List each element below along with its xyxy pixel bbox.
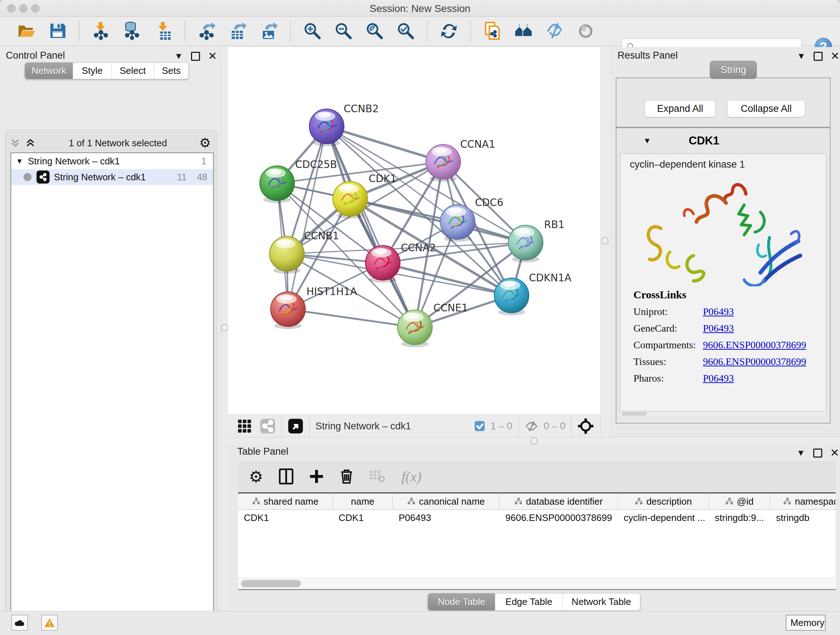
- close-panel-icon[interactable]: ✕: [208, 51, 217, 62]
- collapse-all-button[interactable]: Collapse All: [727, 100, 805, 117]
- save-session-button[interactable]: [47, 21, 68, 42]
- crosslink-label: Uniprot:: [633, 306, 703, 318]
- table-cell[interactable]: 9606.ENSP00000378699: [500, 510, 618, 526]
- close-panel-icon[interactable]: ✕: [831, 51, 840, 62]
- table-cell[interactable]: cyclin-dependent ...: [618, 510, 709, 526]
- right-splitter-handle[interactable]: [601, 237, 608, 244]
- network-node-CCNA1[interactable]: CCNA1: [426, 138, 495, 182]
- expand-all-icon[interactable]: [24, 138, 36, 149]
- open-file-button[interactable]: [16, 21, 37, 42]
- column-header--id[interactable]: @id: [709, 494, 770, 509]
- bottom-splitter-handle[interactable]: [531, 437, 538, 445]
- export-network-button[interactable]: [196, 21, 217, 42]
- collapse-panel-icon[interactable]: ▼: [174, 52, 183, 60]
- section-expander-icon[interactable]: ▼: [643, 136, 651, 146]
- delete-table-icon[interactable]: [369, 470, 385, 483]
- network-canvas[interactable]: CCNB2CCNA1CDC25BCDK1CDC6RB1CCNB1CCNA2CDK…: [228, 47, 600, 415]
- birdseye-view-icon[interactable]: [287, 418, 303, 434]
- grid-view-icon[interactable]: [237, 419, 252, 433]
- tab-network-table[interactable]: Network Table: [563, 593, 640, 610]
- crosslink-link[interactable]: P06493: [703, 323, 734, 334]
- fit-selected-crosshair-icon[interactable]: [577, 418, 594, 434]
- network-options-gear-icon[interactable]: ⚙: [199, 135, 211, 150]
- zoom-fit-button[interactable]: [364, 21, 385, 42]
- network-edge-CCNB2-CCNA1[interactable]: [327, 126, 443, 162]
- table-cell[interactable]: stringdb: [770, 510, 836, 526]
- column-header-database-identifier[interactable]: database identifier: [500, 494, 618, 509]
- import-network-database-button[interactable]: [122, 21, 142, 42]
- warning-button[interactable]: [41, 615, 58, 631]
- network-row[interactable]: String Network – cdk1 11 48: [11, 169, 213, 185]
- crosslink-link[interactable]: P06493: [703, 372, 734, 384]
- crosslink-link[interactable]: 9606.ENSP00000378699: [703, 339, 806, 351]
- network-edge-HIST1H1A-CCNE1[interactable]: [288, 309, 415, 327]
- collapse-panel-icon[interactable]: ▼: [797, 448, 805, 457]
- float-panel-icon[interactable]: [191, 52, 200, 61]
- network-collection-row[interactable]: ▼ String Network – cdk1 1: [11, 153, 213, 169]
- import-table-button[interactable]: [153, 21, 174, 42]
- network-node-RB1[interactable]: RB1: [508, 219, 564, 263]
- left-splitter-handle[interactable]: [221, 324, 228, 331]
- tab-node-table[interactable]: Node Table: [428, 593, 495, 610]
- left-splitter[interactable]: [221, 47, 229, 609]
- close-panel-icon[interactable]: ✕: [830, 448, 839, 458]
- expand-all-button[interactable]: Expand All: [645, 100, 715, 117]
- memory-button[interactable]: Memory: [786, 615, 826, 631]
- float-panel-icon[interactable]: [813, 52, 823, 61]
- gene-section-header[interactable]: ▼ CDK1: [616, 128, 830, 154]
- network-edge-CCNB2-HIST1H1A[interactable]: [288, 126, 327, 309]
- tab-sets[interactable]: Sets: [154, 63, 188, 79]
- function-builder-icon[interactable]: f(x): [401, 468, 422, 485]
- table-row[interactable]: CDK1CDK1P064939606.ENSP00000378699cyclin…: [238, 510, 836, 526]
- zoom-out-button[interactable]: [333, 21, 354, 42]
- zoom-in-button[interactable]: [302, 21, 323, 42]
- selected-checkbox-icon[interactable]: [474, 420, 485, 432]
- table-cell[interactable]: CDK1: [333, 510, 393, 526]
- bottom-splitter[interactable]: [228, 437, 840, 445]
- network-node-HIST1H1A[interactable]: HIST1H1A: [271, 286, 357, 329]
- import-network-file-button[interactable]: [90, 21, 111, 42]
- show-columns-icon[interactable]: [279, 469, 294, 485]
- share-view-icon[interactable]: [260, 418, 276, 434]
- scrollbar-thumb[interactable]: [622, 412, 647, 416]
- crosslink-link[interactable]: P06493: [703, 306, 734, 318]
- cloud-button[interactable]: [11, 615, 28, 631]
- column-header-name[interactable]: name: [333, 494, 393, 509]
- network-node-CCNE1[interactable]: CCNE1: [398, 302, 468, 347]
- tab-network[interactable]: Network: [25, 63, 73, 79]
- tab-edge-table[interactable]: Edge Table: [495, 593, 562, 610]
- table-header-row: shared namenamecanonical namedatabase id…: [238, 494, 836, 510]
- refresh-layout-button[interactable]: [439, 21, 459, 42]
- add-column-icon[interactable]: [309, 469, 324, 484]
- right-splitter[interactable]: [600, 47, 610, 437]
- export-table-button[interactable]: [227, 21, 248, 42]
- column-header-canonical-name[interactable]: canonical name: [393, 494, 500, 509]
- table-hscrollbar[interactable]: [238, 578, 836, 589]
- collapse-all-icon[interactable]: [9, 138, 21, 149]
- hide-selected-button[interactable]: [544, 21, 565, 42]
- network-overview-button[interactable]: [513, 21, 534, 42]
- table-cell[interactable]: CDK1: [238, 510, 333, 526]
- float-panel-icon[interactable]: [813, 448, 822, 458]
- tab-string[interactable]: String: [710, 61, 757, 79]
- crosslink-link[interactable]: 9606.ENSP00000378699: [703, 356, 806, 367]
- tab-select[interactable]: Select: [112, 63, 154, 79]
- hidden-eye-icon[interactable]: [524, 420, 539, 432]
- tree-expander-icon[interactable]: ▼: [11, 157, 28, 165]
- show-all-button[interactable]: [575, 21, 596, 42]
- delete-column-trash-icon[interactable]: [340, 469, 354, 485]
- zoom-selected-button[interactable]: [395, 21, 416, 42]
- table-cell[interactable]: P06493: [393, 510, 500, 526]
- gene-section-scrollbar[interactable]: [620, 411, 826, 416]
- column-header-description[interactable]: description: [618, 494, 709, 509]
- column-header-namespace[interactable]: namespace: [770, 494, 836, 509]
- tab-style[interactable]: Style: [73, 63, 112, 79]
- network-node-CDKN1A[interactable]: CDKN1A: [494, 272, 571, 315]
- scrollbar-thumb[interactable]: [241, 580, 301, 587]
- table-options-gear-icon[interactable]: ⚙: [249, 467, 263, 486]
- collapse-panel-icon[interactable]: ▼: [797, 52, 806, 60]
- clone-network-button[interactable]: [482, 21, 503, 42]
- export-image-button[interactable]: [258, 21, 279, 42]
- column-header-shared-name[interactable]: shared name: [238, 494, 333, 509]
- table-cell[interactable]: stringdb:9...: [709, 510, 770, 526]
